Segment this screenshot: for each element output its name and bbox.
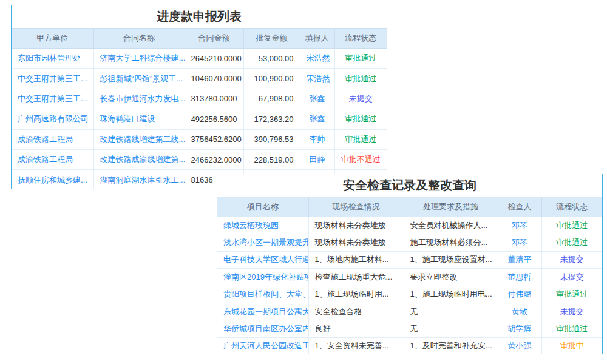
contract-name-link[interactable]: 长春市伊通河水力发电... [100,94,185,103]
inspector-link[interactable]: 董清平 [508,255,532,264]
project-name-link[interactable]: 绿城云栖玫瑰园 [223,221,279,230]
approved-amount-cell: 228,519.00 [243,149,300,169]
column-header-contract-amount: 合同金额 [185,29,243,49]
status-cell: 审批通过 [334,49,387,69]
contract-name-link[interactable]: 改建铁路成渝线增建第... [100,155,185,164]
project-name-link[interactable]: 华侨城项目南区办公室内 [223,324,308,333]
status-badge: 审批通过 [345,74,376,83]
inspector-link[interactable]: 黄小强 [508,341,532,350]
approved-amount-cell: 172,363.20 [243,109,300,129]
status-cell: 未提交 [541,251,602,268]
filler-link[interactable]: 张鑫 [310,114,325,123]
table-row: 电子科技大学区域人行道1、场地内施工材料...1、施工现场应设置材...董清平未… [217,251,602,268]
status-badge: 审批通过 [556,289,588,298]
contract-amount-cell: 3756452.6200 [185,129,243,149]
filler-link[interactable]: 宋浩然 [307,53,330,62]
filler-link[interactable]: 李帅 [310,135,325,144]
party-a-link[interactable]: 中交王府井第三工... [18,74,87,83]
site-inspection-cell: 安全检查合格 [308,303,404,320]
project-name-link[interactable]: 东城花园一期项目公寓大 [223,307,308,316]
header-row: 项目名称现场检查情况处理要求及措施检查人流程状态 [217,197,602,217]
project-name-cell: 浅水湾小区一期景观提升 [217,234,308,251]
inspector-link[interactable]: 邓琴 [512,238,527,247]
inspector-cell: 范思哲 [498,269,541,286]
table-row: 广州高速路有限公司珠海鹤港口建设492256.5600172,363.20张鑫审… [12,109,387,129]
filler-link[interactable]: 宋浩然 [307,74,330,83]
inspector-link[interactable]: 黄敏 [512,307,527,316]
inspector-cell: 邓琴 [498,234,541,251]
project-name-cell: 电子科技大学区域人行道 [217,251,308,268]
party-a-cell: 东阳市园林管理处 [12,49,93,69]
status-badge: 未提交 [560,272,584,281]
status-badge: 审批中 [560,341,584,350]
contract-name-cell: 改建铁路成渝线增建第... [93,149,185,169]
contract-amount-cell: 492256.5600 [185,109,243,129]
party-a-link[interactable]: 广州高速路有限公司 [18,114,89,123]
status-cell: 审批通过 [334,69,387,89]
party-a-link[interactable]: 东阳市园林管理处 [18,53,81,62]
header-row: 甲方单位合同名称合同金额批复金额填报人流程状态 [12,29,387,49]
filler-link[interactable]: 张鑫 [310,94,325,103]
status-cell: 审批通过 [541,320,602,337]
contract-amount-cell: 2645210.0000 [185,49,243,69]
party-a-cell: 抚顺住房和城乡建... [12,170,93,189]
status-cell: 审批通过 [334,109,387,129]
site-inspection-cell: 现场材料未分类堆放 [308,234,404,251]
column-header-approved-amount: 批复金额 [243,29,300,49]
status-cell: 未提交 [541,269,602,286]
progress-payment-panel: 进度款申报列表 甲方单位合同名称合同金额批复金额填报人流程状态 东阳市园林管理处… [11,5,387,189]
inspector-cell: 胡学辉 [498,320,541,337]
project-name-link[interactable]: 潼南区2019年绿化补贴项目 [223,272,308,281]
project-name-cell: 潼南区2019年绿化补贴项目 [217,269,308,286]
status-badge: 审批不通过 [341,155,381,164]
column-header-party-a: 甲方单位 [12,29,93,49]
contract-name-link[interactable]: 改建铁路线增建第二线... [100,135,185,144]
contract-name-cell: 济南大学工科综合楼建... [93,49,185,69]
site-inspection-cell: 现场材料未分类堆放 [308,217,404,234]
table-row: 广州天河人民公园改造工1、安全资料未完善...1、及时完善和补充安...黄小强审… [217,337,602,354]
contract-name-link[interactable]: 珠海鹤港口建设 [100,114,155,123]
contract-name-cell: 彭祖新城“四馆”景观工... [93,69,185,89]
contract-name-link[interactable]: 湖南洞庭湖水库引水工... [100,175,185,184]
inspector-link[interactable]: 胡学辉 [508,324,532,333]
inspector-link[interactable]: 付伟璐 [508,289,532,298]
filler-link[interactable]: 田静 [310,155,325,164]
party-a-link[interactable]: 成渝铁路工程局 [18,135,73,144]
table-row: 成渝铁路工程局改建铁路成渝线增建第...2466232.0000228,519.… [12,149,387,169]
table-row: 绿城云栖玫瑰园现场材料未分类堆放安全员对机械操作人...邓琴审批通过 [217,217,602,234]
filler-cell: 张鑫 [300,89,334,109]
table-row: 东城花园一期项目公寓大安全检查合格无黄敏未提交 [217,303,602,320]
project-name-link[interactable]: 电子科技大学区域人行道 [223,255,308,264]
status-cell: 审批通过 [541,286,602,303]
table-row: 贵阳项目样板间、大堂、大1、施工现场临时用...1、施工现场临时用电...付伟璐… [217,286,602,303]
project-name-link[interactable]: 广州天河人民公园改造工 [223,341,308,350]
contract-name-link[interactable]: 济南大学工科综合楼建... [100,53,185,62]
table-row: 华侨城项目南区办公室内良好无胡学辉审批通过 [217,320,602,337]
inspector-link[interactable]: 范思哲 [508,272,532,281]
filler-cell: 宋浩然 [300,69,334,89]
project-name-link[interactable]: 浅水湾小区一期景观提升 [223,238,308,247]
party-a-link[interactable]: 中交王府井第三工... [18,94,87,103]
contract-amount-cell: 2466232.0000 [185,149,243,169]
column-header-status: 流程状态 [541,197,602,217]
inspector-cell: 黄敏 [498,303,541,320]
status-badge: 审批通过 [345,53,376,62]
approved-amount-cell: 53,000.00 [243,49,300,69]
inspector-link[interactable]: 邓琴 [512,221,527,230]
table-row: 东阳市园林管理处济南大学工科综合楼建...2645210.000053,000.… [12,49,387,69]
measures-cell: 施工现场材料必须分... [404,234,498,251]
filler-cell: 张鑫 [300,109,334,129]
contract-name-cell: 长春市伊通河水力发电... [93,89,185,109]
measures-cell: 无 [404,320,498,337]
table-row: 中交王府井第三工...彭祖新城“四馆”景观工...1046070.0000100… [12,69,387,89]
column-header-filler: 填报人 [300,29,334,49]
party-a-link[interactable]: 抚顺住房和城乡建... [18,175,87,184]
project-name-cell: 广州天河人民公园改造工 [217,337,308,354]
party-a-link[interactable]: 成渝铁路工程局 [18,155,73,164]
contract-name-link[interactable]: 彭祖新城“四馆”景观工... [100,74,183,83]
party-a-cell: 中交王府井第三工... [12,89,93,109]
status-cell: 未提交 [334,89,387,109]
table-row: 浅水湾小区一期景观提升现场材料未分类堆放施工现场材料必须分...邓琴审批通过 [217,234,602,251]
project-name-link[interactable]: 贵阳项目样板间、大堂、大 [223,289,308,298]
status-badge: 审批通过 [556,238,588,247]
